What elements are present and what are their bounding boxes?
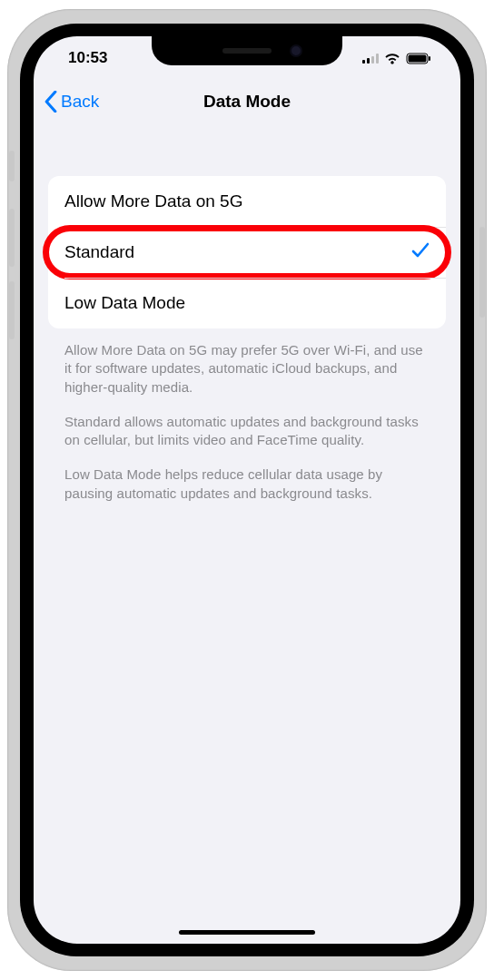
option-allow-more-data-5g[interactable]: Allow More Data on 5G xyxy=(48,176,446,227)
page-title: Data Mode xyxy=(203,92,291,112)
front-camera xyxy=(290,44,302,57)
back-label: Back xyxy=(61,92,99,112)
speaker-grille xyxy=(222,48,272,54)
checkmark-icon xyxy=(411,242,430,263)
volume-down-button xyxy=(9,281,15,339)
battery-icon xyxy=(406,53,431,64)
svg-rect-1 xyxy=(409,54,427,62)
status-indicators xyxy=(362,53,437,64)
content-area: Allow More Data on 5G Standard Low Data … xyxy=(34,123,460,503)
footer-description: Allow More Data on 5G may prefer 5G over… xyxy=(48,328,446,503)
power-button xyxy=(479,227,485,318)
option-label: Standard xyxy=(64,242,134,262)
mute-switch xyxy=(9,151,15,181)
chevron-left-icon xyxy=(43,91,59,113)
data-mode-options: Allow More Data on 5G Standard Low Data … xyxy=(48,176,446,328)
notch xyxy=(152,36,342,65)
wifi-icon xyxy=(384,53,400,64)
option-low-data-mode[interactable]: Low Data Mode xyxy=(48,278,446,328)
back-button[interactable]: Back xyxy=(43,80,99,123)
nav-bar: Back Data Mode xyxy=(34,80,460,123)
option-label: Allow More Data on 5G xyxy=(64,191,242,211)
cellular-signal-icon xyxy=(362,54,379,64)
phone-bezel: 10:53 Back Data xyxy=(20,24,474,956)
status-time: 10:53 xyxy=(57,49,107,67)
volume-up-button xyxy=(9,209,15,267)
footer-paragraph: Allow More Data on 5G may prefer 5G over… xyxy=(64,341,430,397)
footer-paragraph: Low Data Mode helps reduce cellular data… xyxy=(64,466,430,503)
footer-paragraph: Standard allows automatic updates and ba… xyxy=(64,413,430,450)
svg-rect-2 xyxy=(429,56,430,61)
phone-frame: 10:53 Back Data xyxy=(7,9,487,971)
option-label: Low Data Mode xyxy=(64,293,185,313)
home-indicator[interactable] xyxy=(179,930,315,935)
screen: 10:53 Back Data xyxy=(34,36,460,944)
option-standard[interactable]: Standard xyxy=(48,227,446,278)
